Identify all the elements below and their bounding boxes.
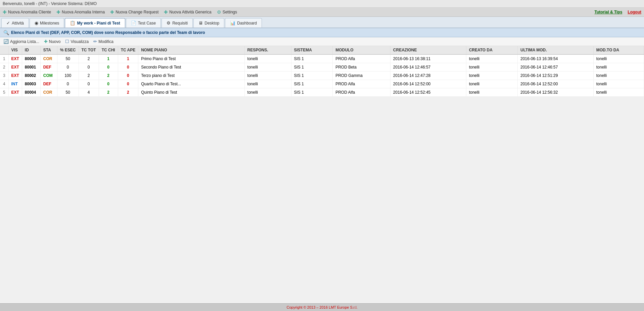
table-cell: 2016-06-14 12:46:57 [517, 63, 593, 72]
col-nome-header: NOME PIANO [138, 46, 244, 54]
col-sistema-header: SISTEMA [291, 46, 333, 54]
table-cell: COR [40, 88, 57, 97]
table-row[interactable]: 3EXT80002COM100220Terzo piano di Testton… [0, 72, 644, 80]
col-tcape-header: TC APE [118, 46, 138, 54]
plus-icon-3: ✚ [110, 9, 114, 15]
table-cell: 0 [99, 63, 118, 72]
col-modulo-header: MODULO [333, 46, 390, 54]
visualizza-btn[interactable]: ☐ Visualizza [65, 39, 89, 44]
table-cell: 0 [118, 72, 138, 80]
table-cell: 80002 [22, 72, 40, 80]
table-cell: 4 [0, 80, 8, 88]
table-cell: SIS 1 [291, 72, 333, 80]
table-cell: 4 [79, 88, 99, 97]
tab-desktop-label: Desktop [204, 21, 219, 26]
table-row[interactable]: 5EXT80004COR50422Quinto Piano di Testton… [0, 88, 644, 97]
table-cell: PROD Alfa [333, 88, 390, 97]
table-cell: 0 [118, 63, 138, 72]
tutorial-link[interactable]: Tutorial & Tips [594, 10, 622, 14]
milestones-icon: ◉ [35, 20, 38, 26]
tab-desktop[interactable]: 🖥 Desktop [193, 18, 224, 28]
col-id-header: ID [22, 46, 40, 54]
plus-icon-1: ✚ [3, 9, 7, 15]
aggiorna-btn[interactable]: 🔄 Aggiorna Lista... [3, 39, 39, 44]
table-cell: tonelli [593, 54, 644, 63]
table-cell: 5 [0, 88, 8, 97]
table-cell: tonelli [466, 63, 517, 72]
tab-milestones-label: Milestones [40, 21, 59, 26]
requisiti-icon: ⚙ [167, 20, 171, 26]
table-cell: 3 [0, 72, 8, 80]
mywork-icon: 📋 [70, 20, 75, 26]
tab-dashboard-label: Dashboard [237, 21, 257, 26]
nuova-change-request-btn[interactable]: ✚ Nuova Change Request [110, 9, 158, 15]
table-cell: 0 [57, 80, 79, 88]
table-cell: EXT [8, 54, 22, 63]
nuova-anomalia-interna-label: Nuova Anomalia Interna [62, 10, 105, 14]
table-cell: tonelli [244, 80, 291, 88]
nuova-anomalia-interna-btn[interactable]: ✚ Nuova Anomalia Interna [56, 9, 105, 15]
tab-milestones[interactable]: ◉ Milestones [30, 18, 64, 28]
table-cell: DEF [40, 80, 57, 88]
col-vis-header: VIS [8, 46, 22, 54]
attivita-icon: ✓ [6, 20, 10, 26]
table-cell: 2016-06-14 12:52:00 [517, 80, 593, 88]
logout-link[interactable]: Logout [628, 10, 641, 14]
table-cell: 80003 [22, 80, 40, 88]
piani-table: VIS ID STA % ESEC TC TOT TC CHI TC APE N… [0, 46, 644, 97]
col-creazione-header: CREAZIONE [390, 46, 466, 54]
modifica-label: Modifica [98, 39, 113, 44]
col-tcchi-header: TC CHI [99, 46, 118, 54]
tab-dashboard[interactable]: 📊 Dashboard [225, 18, 262, 28]
table-header-row: VIS ID STA % ESEC TC TOT TC CHI TC APE N… [0, 46, 644, 54]
refresh-icon: 🔄 [3, 39, 9, 44]
table-cell: 0 [57, 63, 79, 72]
table-cell: 2 [79, 72, 99, 80]
table-row[interactable]: 2EXT80001DEF0000Secondo Piano di Testton… [0, 63, 644, 72]
table-cell: 2016-06-13 16:39:54 [517, 54, 593, 63]
table-cell: 50 [57, 54, 79, 63]
table-cell: tonelli [593, 80, 644, 88]
table-cell: tonelli [466, 88, 517, 97]
col-modtoda-header: MOD.TO DA [593, 46, 644, 54]
table-cell: tonelli [244, 63, 291, 72]
tab-attivita-label: Attività [12, 21, 24, 26]
table-cell: 0 [79, 80, 99, 88]
tab-requisiti[interactable]: ⚙ Requisiti [162, 18, 193, 28]
table-cell: Secondo Piano di Test [138, 63, 244, 72]
testcase-icon: 📄 [131, 20, 136, 26]
table-cell: 2 [99, 88, 118, 97]
table-cell: SIS 1 [291, 80, 333, 88]
table-row[interactable]: 1EXT80000COR50211Primo Piano di Testtone… [0, 54, 644, 63]
table-cell: tonelli [244, 88, 291, 97]
table-cell: tonelli [593, 88, 644, 97]
modifica-btn[interactable]: ✏ Modifica [93, 39, 113, 44]
col-num-header [0, 46, 8, 54]
tab-mywork[interactable]: 📋 My work - Piani di Test [65, 18, 125, 28]
tab-attivita[interactable]: ✓ Attività [1, 18, 29, 28]
table-cell: PROD Alfa [333, 54, 390, 63]
table-cell: 2 [79, 54, 99, 63]
table-cell: DEF [40, 63, 57, 72]
table-cell: 100 [57, 72, 79, 80]
nuova-attivita-btn[interactable]: ✚ Nuova Attività Generica [164, 9, 211, 15]
settings-btn[interactable]: ⚙ Settings [217, 9, 237, 15]
tab-testcase-label: Test Case [138, 21, 156, 26]
tab-bar: ✓ Attività ◉ Milestones 📋 My work - Pian… [0, 17, 644, 28]
table-row[interactable]: 4INT80003DEF0000Quarto Piano di Test...t… [0, 80, 644, 88]
nuova-anomalia-cliente-btn[interactable]: ✚ Nuova Anomalia Cliente [3, 9, 51, 15]
table-cell: tonelli [593, 72, 644, 80]
dashboard-icon: 📊 [230, 20, 235, 26]
table-cell: 2016-06-13 16:38:11 [390, 54, 466, 63]
table-cell: SIS 1 [291, 54, 333, 63]
table-cell: SIS 1 [291, 63, 333, 72]
nuovo-btn[interactable]: ✚ Nuovo [44, 39, 61, 44]
welcome-text: Benvenuto, tonelli - (INT) - Versione Si… [3, 1, 97, 6]
tab-testcase[interactable]: 📄 Test Case [126, 18, 161, 28]
table-cell: 50 [57, 88, 79, 97]
table-cell: 80001 [22, 63, 40, 72]
table-cell: tonelli [244, 72, 291, 80]
info-bar: 🔍 Elenco Piani di Test (DEF, APP, COR, C… [0, 28, 644, 37]
table-cell: 2016-06-14 12:47:28 [390, 72, 466, 80]
table-cell: 80000 [22, 54, 40, 63]
